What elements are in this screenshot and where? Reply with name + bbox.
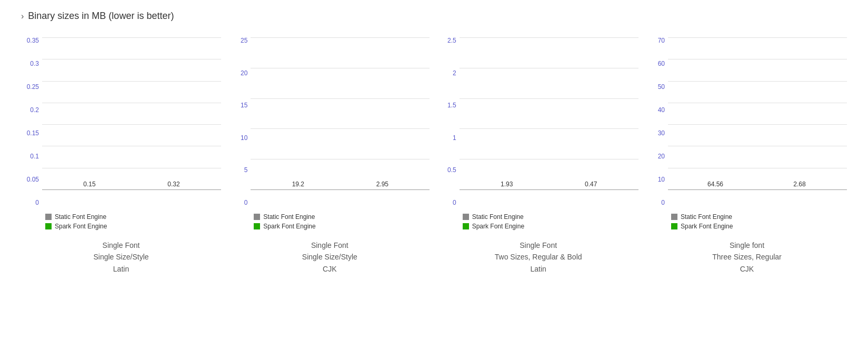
bars-row: 1.930.47 (460, 37, 638, 190)
legend-item: Static Font Engine (254, 213, 315, 221)
y-axis-chart2: 2520151050 (230, 37, 251, 206)
bars-row: 0.150.32 (42, 37, 221, 190)
y-label: 10 (241, 135, 247, 141)
legend-color-box (254, 214, 260, 220)
legend-color-box (671, 223, 677, 229)
y-label: 0.15 (27, 130, 39, 136)
bar-value-label: 19.2 (292, 181, 304, 188)
legend-color-box (463, 223, 469, 229)
y-label: 40 (658, 107, 665, 113)
chart-caption-chart4: Single fontThree Sizes, RegularCJK (712, 239, 782, 275)
chart-chart2: 252015105019.22.95Static Font EngineSpar… (230, 37, 430, 275)
y-label: 60 (658, 61, 665, 67)
legend-label: Static Font Engine (681, 213, 732, 221)
chart-body: 0.150.32 (42, 37, 221, 206)
legend-item: Spark Font Engine (45, 223, 107, 230)
title-text: Binary sizes in MB (lower is better) (28, 11, 174, 22)
legend-color-box (45, 223, 52, 229)
bar-value-label: 2.95 (376, 181, 388, 188)
bar-value-label: 0.15 (83, 181, 95, 188)
y-label: 0.25 (27, 84, 39, 90)
y-label: 1.5 (447, 102, 456, 108)
legend-chart1: Static Font EngineSpark Font Engine (21, 213, 107, 230)
legend-chart4: Static Font EngineSpark Font Engine (647, 213, 733, 230)
y-label: 30 (658, 130, 665, 136)
chart-chart1: 0.350.30.250.20.150.10.0500.150.32Static… (21, 37, 221, 275)
legend-chart3: Static Font EngineSpark Font Engine (438, 213, 524, 230)
y-label: 0 (35, 199, 39, 206)
legend-label: Spark Font Engine (55, 223, 107, 230)
legend-color-box (45, 214, 52, 220)
chart-caption-chart3: Single FontTwo Sizes, Regular & BoldLati… (495, 239, 582, 275)
y-label: 0.1 (30, 153, 39, 159)
y-label: 0.2 (30, 107, 39, 113)
bars-row: 19.22.95 (251, 37, 430, 190)
legend-item: Static Font Engine (671, 213, 733, 221)
chart-chart4: 70605040302010064.562.68Static Font Engi… (647, 37, 847, 275)
legend-color-box (463, 214, 469, 220)
legend-label: Spark Font Engine (263, 223, 315, 230)
chart-chart3: 2.521.510.501.930.47Static Font EngineSp… (438, 37, 638, 275)
y-label: 20 (241, 70, 247, 76)
y-label: 0.5 (447, 167, 456, 173)
y-label: 0 (661, 199, 665, 206)
legend-item: Spark Font Engine (254, 223, 315, 230)
chart-body: 1.930.47 (460, 37, 638, 206)
bars-row: 64.562.68 (668, 37, 847, 190)
y-axis-chart1: 0.350.30.250.20.150.10.050 (21, 37, 42, 206)
legend-label: Static Font Engine (55, 213, 106, 221)
y-label: 20 (658, 153, 665, 159)
legend-color-box (671, 214, 677, 220)
y-label: 15 (241, 102, 247, 108)
legend-chart2: Static Font EngineSpark Font Engine (230, 213, 315, 230)
bar-value-label: 1.93 (501, 181, 513, 188)
chart-area-chart1: 0.350.30.250.20.150.10.0500.150.32 (21, 37, 221, 206)
y-label: 2.5 (447, 37, 456, 44)
legend-item: Static Font Engine (463, 213, 524, 221)
legend-label: Static Font Engine (472, 213, 524, 221)
chart-area-chart2: 252015105019.22.95 (230, 37, 430, 206)
y-label: 1 (453, 135, 456, 141)
bar-value-label: 0.32 (167, 181, 179, 188)
chart-area-chart3: 2.521.510.501.930.47 (438, 37, 638, 206)
y-label: 25 (241, 37, 247, 44)
y-label: 5 (244, 167, 248, 173)
legend-label: Spark Font Engine (472, 223, 524, 230)
bar-value-label: 0.47 (585, 181, 597, 188)
chart-body: 19.22.95 (251, 37, 430, 206)
bar-value-label: 64.56 (707, 181, 723, 188)
y-label: 0.3 (30, 61, 39, 67)
y-label: 70 (658, 37, 665, 44)
legend-item: Spark Font Engine (463, 223, 524, 230)
page-title: › Binary sizes in MB (lower is better) (21, 11, 847, 22)
legend-color-box (254, 223, 260, 229)
y-axis-chart4: 706050403020100 (647, 37, 668, 206)
y-label: 50 (658, 84, 665, 90)
y-label: 0 (244, 199, 248, 206)
legend-label: Static Font Engine (263, 213, 315, 221)
legend-item: Spark Font Engine (671, 223, 733, 230)
chart-body: 64.562.68 (668, 37, 847, 206)
y-label: 0.35 (27, 37, 39, 44)
y-axis-chart3: 2.521.510.50 (438, 37, 460, 206)
chart-area-chart4: 70605040302010064.562.68 (647, 37, 847, 206)
y-label: 10 (658, 176, 665, 183)
chart-caption-chart1: Single FontSingle Size/StyleLatin (93, 239, 148, 275)
legend-label: Spark Font Engine (681, 223, 733, 230)
bar-value-label: 2.68 (793, 181, 805, 188)
legend-item: Static Font Engine (45, 213, 107, 221)
chevron-icon: › (21, 12, 24, 21)
y-label: 0.05 (27, 176, 39, 183)
chart-caption-chart2: Single FontSingle Size/StyleCJK (302, 239, 357, 275)
charts-container: 0.350.30.250.20.150.10.0500.150.32Static… (21, 37, 847, 275)
y-label: 0 (453, 199, 456, 206)
y-label: 2 (453, 70, 456, 76)
